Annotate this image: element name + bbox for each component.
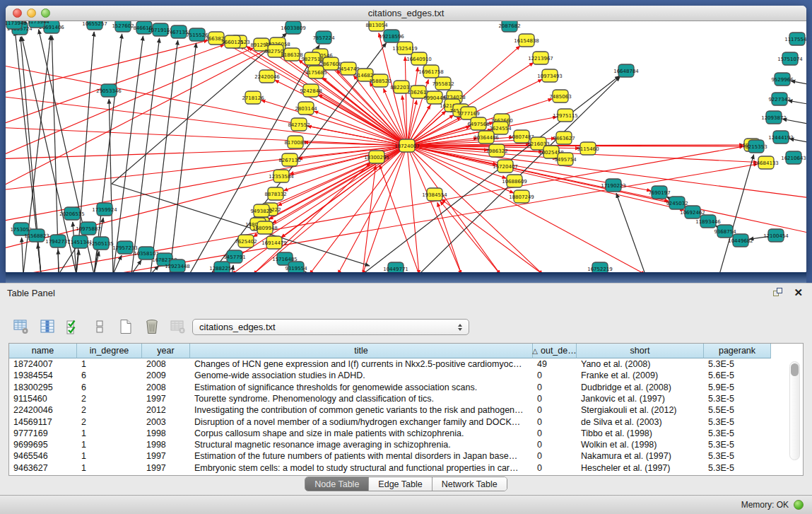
graph-node[interactable]: 11175544 [784, 33, 806, 45]
table-cell[interactable]: 0 [533, 404, 577, 416]
delete-column-icon[interactable] [142, 317, 162, 337]
graph-node[interactable]: 2803144 [295, 102, 317, 115]
table-cell[interactable]: 22420046 [9, 404, 77, 416]
table-cell[interactable]: 49 [533, 358, 577, 370]
graph-node[interactable]: 2718126 [242, 91, 264, 104]
tab-node-table[interactable]: Node Table [305, 477, 369, 491]
table-cell[interactable]: 5.5E-5 [704, 404, 771, 416]
table-cell[interactable]: 0 [533, 393, 577, 405]
table-row[interactable]: 1938455462009Genome-wide association stu… [9, 370, 803, 382]
table-cell[interactable]: 1 [77, 462, 142, 474]
graph-node[interactable]: 16961758 [418, 65, 444, 78]
graph-node[interactable]: 1588520 [369, 74, 391, 87]
graph-node[interactable]: 12444193 [768, 131, 794, 144]
table-cell[interactable]: 5.3E-5 [704, 416, 771, 428]
show-column-icon[interactable] [37, 317, 57, 337]
table-cell[interactable]: Yano et al. (2008) [577, 358, 704, 370]
table-cell[interactable]: 0 [533, 416, 577, 428]
graph-node[interactable]: 9227343 [768, 93, 790, 105]
graph-node[interactable]: 8215353 [745, 140, 767, 153]
table-cell[interactable]: 1 [77, 439, 142, 451]
table-cell[interactable]: 2008 [142, 358, 190, 370]
select-columns-icon[interactable] [64, 317, 83, 337]
table-cell[interactable]: Embryonic stem cells: a model to study s… [190, 462, 533, 474]
column-header-name[interactable]: name [9, 344, 77, 358]
window-titlebar[interactable]: citations_edges.txt [6, 6, 806, 21]
table-cell[interactable]: 2012 [142, 404, 190, 416]
graph-node[interactable]: 7690197 [648, 186, 670, 199]
graph-node[interactable]: 12353584 [269, 170, 294, 182]
table-cell[interactable]: 5.3E-5 [704, 393, 771, 405]
graph-node[interactable]: 16154838 [514, 34, 539, 47]
graph-node[interactable]: 9457791 [223, 250, 245, 263]
graph-node[interactable]: 8878332 [264, 187, 286, 200]
graph-node[interactable]: 3175685 [305, 66, 326, 78]
table-row[interactable]: 1456911722003Disruption of a novel membe… [9, 416, 803, 428]
table-cell[interactable]: 2009 [142, 370, 190, 382]
table-cell[interactable]: Hescheler et al. (1997) [577, 462, 704, 474]
table-cell[interactable]: Wolkin et al. (1998) [577, 439, 704, 451]
graph-node[interactable]: 29053346 [96, 84, 122, 97]
network-canvas[interactable]: 1872400718300295193845549660123891295518… [6, 21, 806, 272]
table-cell[interactable]: Estimation of the future numbers of pati… [190, 450, 533, 462]
table-cell[interactable]: Nakamura et al. (1997) [577, 450, 704, 462]
table-row[interactable]: 977716911998Corpus callosum shape and si… [9, 428, 803, 440]
table-cell[interactable]: 0 [533, 439, 577, 451]
table-cell[interactable]: 5.9E-5 [704, 382, 771, 394]
graph-node[interactable]: 7955812 [432, 77, 454, 90]
table-cell[interactable]: 5.6E-5 [704, 370, 771, 382]
table-cell[interactable]: 1998 [142, 428, 190, 440]
table-cell[interactable]: 9115460 [9, 393, 77, 405]
table-cell[interactable]: Genome-wide association studies in ADHD. [190, 370, 533, 382]
graph-node[interactable]: 7986322 [486, 144, 507, 157]
table-cell[interactable]: 18300295 [9, 382, 77, 394]
table-cell[interactable]: 5.3E-5 [704, 358, 771, 370]
table-row[interactable]: 911546021997Tourette syndrome. Phenomeno… [9, 393, 803, 405]
graph-node[interactable]: 10449771 [383, 262, 408, 272]
graph-node[interactable]: 15751074 [777, 52, 803, 65]
table-mode-icon[interactable] [11, 317, 31, 337]
graph-node[interactable]: 8186328 [281, 48, 302, 61]
graph-node[interactable]: 12100454 [763, 229, 789, 242]
table-cell[interactable]: 18724007 [9, 358, 77, 370]
table-select-dropdown[interactable]: citations_edges.txt [192, 319, 469, 335]
table-cell[interactable]: 0 [533, 382, 577, 394]
table-row[interactable]: 946362711997Embryonic stem cells: a mode… [9, 462, 803, 474]
graph-node[interactable]: 12093872 [761, 111, 787, 124]
graph-node[interactable]: 16210643 [781, 151, 806, 164]
graph-node[interactable]: 1527602 [112, 21, 134, 32]
column-header-short[interactable]: short [577, 344, 704, 358]
table-cell[interactable]: 2 [77, 416, 142, 428]
table-cell[interactable]: Tibbo et al. (1998) [577, 428, 704, 440]
graph-node[interactable]: 8813054 [365, 21, 388, 31]
table-cell[interactable]: 9465546 [9, 450, 77, 462]
table-cell[interactable]: Jankovic et al. (1997) [577, 393, 704, 405]
table-cell[interactable]: de Silva et al. (2003) [577, 416, 704, 428]
table-cell[interactable]: 6 [77, 382, 142, 394]
table-vertical-scrollbar[interactable] [789, 361, 800, 460]
table-cell[interactable]: 2008 [142, 382, 190, 394]
column-header-out_de[interactable]: △out_de… [533, 344, 577, 358]
graph-node[interactable]: 7857224 [312, 31, 335, 44]
graph-node[interactable]: 7485063 [549, 90, 571, 103]
graph-node[interactable]: 9463627 [553, 132, 575, 144]
table-cell[interactable]: Changes of HCN gene expression and I(f) … [190, 358, 533, 370]
table-row[interactable]: 2242004622012Investigating the contribut… [9, 404, 803, 416]
graph-node[interactable]: 17359924 [92, 203, 117, 216]
table-cell[interactable]: Dudbridge et al. (2008) [577, 382, 704, 394]
table-cell[interactable]: 9777169 [9, 428, 77, 440]
table-cell[interactable]: 1 [77, 428, 142, 440]
table-cell[interactable]: Disruption of a novel member of a sodium… [190, 416, 533, 428]
table-cell[interactable]: 5.3E-5 [704, 428, 771, 440]
table-cell[interactable]: Franke et al. (2009) [577, 370, 704, 382]
graph-node[interactable]: 9660125 [221, 35, 243, 48]
table-cell[interactable]: 0 [533, 462, 577, 474]
table-cell[interactable]: 6 [77, 370, 142, 382]
graph-node[interactable]: 16752219 [587, 262, 613, 272]
graph-node[interactable]: 17190223 [601, 179, 626, 192]
graph-node[interactable]: 9493822 [250, 204, 272, 217]
graph-node[interactable]: 8170081 [284, 136, 306, 148]
row-options-icon[interactable] [90, 317, 110, 337]
table-cell[interactable]: 0 [533, 370, 577, 382]
close-panel-icon[interactable]: ✕ [794, 288, 803, 298]
